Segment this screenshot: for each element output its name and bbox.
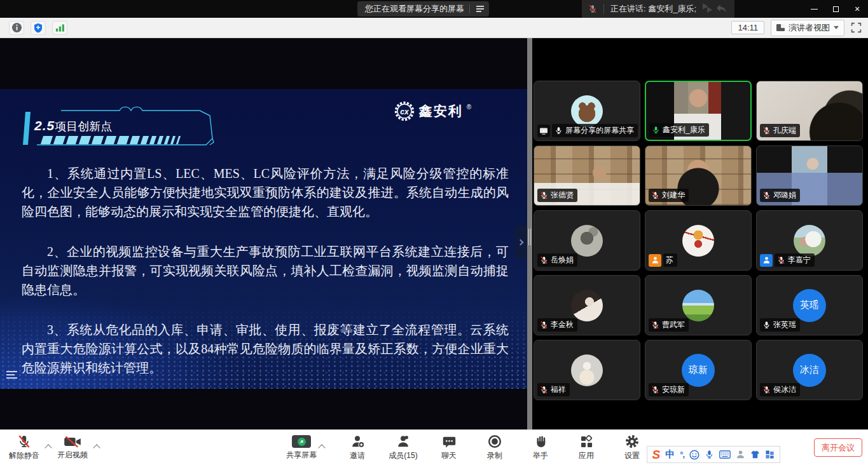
- participant-name: 张德贤: [551, 190, 574, 201]
- participant-tile[interactable]: 刘建华: [645, 145, 752, 206]
- mic-speaking-icon: [652, 126, 660, 134]
- participants-panel: 屏幕分享的屏幕共享 鑫安利_康乐 孔庆端 张德贤: [532, 38, 868, 429]
- section-title: 项目创新点: [55, 120, 112, 133]
- participant-tile[interactable]: 李金秋: [534, 275, 640, 335]
- chevron-right-icon: [518, 239, 524, 245]
- apps-button[interactable]: 应用: [571, 431, 602, 464]
- network-signal-icon[interactable]: [52, 21, 67, 35]
- mic-muted-icon: [651, 321, 659, 329]
- meeting-window: 您正在观看屏幕分享的屏幕 正在讲话: 鑫安利_康乐; ×: [0, 0, 868, 465]
- participant-tile[interactable]: 英瑶 张英瑶: [756, 275, 863, 335]
- share-options-menu-icon[interactable]: [475, 4, 485, 13]
- mic-muted-icon: [540, 191, 548, 199]
- participant-tile[interactable]: 孔庆端: [756, 81, 863, 141]
- maximize-button[interactable]: [825, 0, 846, 18]
- raise-hand-button[interactable]: 举手: [525, 431, 556, 464]
- ime-person-icon[interactable]: [736, 450, 745, 459]
- fullscreen-icon[interactable]: [851, 22, 862, 33]
- participant-tile[interactable]: 琼新 安琼新: [645, 340, 752, 400]
- ime-toolbar[interactable]: S 中 °,: [647, 446, 781, 463]
- invite-button[interactable]: 邀请: [342, 431, 373, 464]
- participant-tile[interactable]: 苏: [645, 210, 752, 271]
- chat-button[interactable]: 聊天: [434, 431, 464, 464]
- pill-divider: [469, 4, 470, 13]
- status-bar: 14:11 演讲者视图: [0, 18, 868, 38]
- mic-muted-icon: [762, 126, 771, 135]
- collapse-panel-tab[interactable]: [515, 226, 527, 259]
- app-user-icon: [760, 254, 773, 267]
- avatar: [571, 354, 603, 386]
- slide-paragraph-2: 2、企业的视频监控设备与重大生产事故预防工业互联网平台系统建立连接后，可自动监测…: [22, 242, 509, 299]
- participant-tile[interactable]: 曹武军: [645, 275, 752, 335]
- participant-name: 安琼新: [662, 384, 685, 395]
- participant-name: 刘建华: [662, 190, 685, 201]
- close-button[interactable]: ×: [846, 0, 868, 18]
- view-mode-dropdown[interactable]: 演讲者视图: [771, 20, 844, 36]
- members-label: 成员(15): [389, 450, 417, 461]
- share-screen-label: 共享屏幕: [286, 450, 317, 461]
- participant-name: 邓璐娟: [773, 190, 796, 201]
- participant-name: 鑫安利_康乐: [663, 125, 705, 135]
- sogou-logo: S: [652, 448, 661, 462]
- mic-on-icon: [555, 126, 563, 135]
- participant-tile[interactable]: 张德贤: [534, 145, 640, 206]
- share-screen-button[interactable]: 共享屏幕: [286, 431, 317, 464]
- members-button[interactable]: 成员(15): [388, 431, 418, 464]
- minimize-button[interactable]: [803, 0, 825, 18]
- participant-tile[interactable]: 屏幕分享的屏幕共享: [534, 81, 640, 141]
- unmute-button[interactable]: 解除静音: [9, 431, 39, 464]
- meeting-info-icon[interactable]: [9, 21, 24, 35]
- keyboard-icon[interactable]: [719, 450, 731, 459]
- unmute-label: 解除静音: [9, 450, 39, 461]
- divider: [603, 4, 604, 14]
- mic-muted-icon: [651, 191, 659, 199]
- settings-button[interactable]: 设置: [617, 431, 647, 464]
- invite-label: 邀请: [350, 450, 365, 461]
- ime-punctuation-mode[interactable]: °,: [680, 450, 684, 459]
- section-number: 2.5: [34, 118, 55, 133]
- svg-text:cx: cx: [400, 107, 410, 116]
- participant-tile[interactable]: 邓璐娟: [756, 145, 863, 206]
- mic-muted-icon: [540, 386, 548, 394]
- participant-name: 岳焕娟: [551, 255, 574, 266]
- watching-pill-text: 您正在观看屏幕分享的屏幕: [365, 3, 464, 15]
- slide-paragraph-3: 3、系统从危化品的入库、申请、审批、使用、报废等建立了全流程管理。云系统内置重大…: [22, 320, 509, 377]
- ime-mode-chinese[interactable]: 中: [665, 448, 675, 461]
- splitter-grip: [528, 229, 531, 245]
- slide-title-block: 2.5项目创新点: [11, 103, 221, 149]
- panel-splitter[interactable]: [527, 38, 532, 429]
- share-options-chevron[interactable]: [318, 444, 325, 451]
- audio-options-chevron[interactable]: [45, 444, 52, 451]
- participant-tile[interactable]: 岳焕娟: [534, 210, 640, 271]
- mic-muted-icon: [540, 321, 548, 329]
- screen-share-view: 2.5项目创新点 cx 鑫安利®: [0, 38, 527, 429]
- participant-tile[interactable]: 李嘉宁: [756, 210, 863, 271]
- participant-name: 李嘉宁: [788, 255, 811, 266]
- watching-screen-share-pill: 您正在观看屏幕分享的屏幕: [357, 1, 489, 17]
- participant-tile-active-speaker[interactable]: 鑫安利_康乐: [645, 81, 752, 141]
- mic-muted-icon: [762, 191, 771, 199]
- leave-meeting-button[interactable]: 离开会议: [814, 438, 862, 457]
- flags-icon: [700, 2, 714, 16]
- slide-title-text: 2.5项目创新点: [34, 118, 112, 134]
- start-video-button[interactable]: 开启视频: [57, 431, 88, 464]
- participant-name: 福祥: [551, 384, 566, 395]
- slide-menu-icon[interactable]: [6, 371, 17, 379]
- record-button[interactable]: 录制: [479, 431, 510, 464]
- participant-tile[interactable]: 冰洁 侯冰洁: [756, 340, 863, 400]
- ime-menu-grid-icon[interactable]: [765, 450, 775, 459]
- status-icons: [9, 21, 67, 35]
- voice-input-icon[interactable]: [705, 450, 714, 459]
- emoji-icon[interactable]: [689, 450, 699, 460]
- members-icon: [396, 435, 410, 448]
- skin-shirt-icon[interactable]: [750, 450, 760, 459]
- participant-tile[interactable]: 福祥: [534, 340, 640, 400]
- title-bar: 您正在观看屏幕分享的屏幕 正在讲话: 鑫安利_康乐; ×: [0, 0, 868, 18]
- annotation-tools-icons: [700, 2, 728, 16]
- slide-body: 1、系统通过内置LS、LEC、MES、LC风险评价方法，满足风险分级管控的标准化…: [22, 164, 509, 389]
- security-shield-icon[interactable]: [31, 21, 46, 35]
- view-mode-label: 演讲者视图: [789, 22, 830, 34]
- video-options-chevron[interactable]: [93, 444, 100, 451]
- mic-muted-icon: [777, 256, 785, 264]
- undo-arrow-icon: [714, 2, 728, 16]
